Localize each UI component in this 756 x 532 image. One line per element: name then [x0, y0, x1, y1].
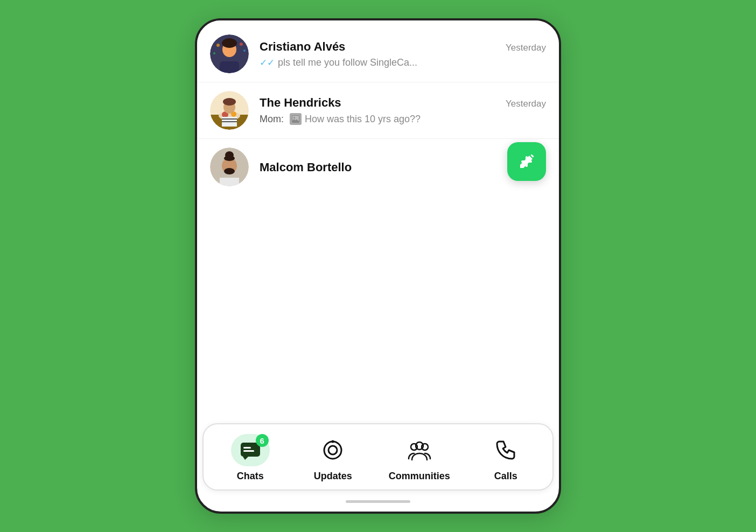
- svg-rect-34: [243, 450, 254, 452]
- chat-name: The Hendricks: [260, 96, 341, 110]
- svg-point-19: [223, 98, 236, 106]
- chat-preview: ✓✓ pls tell me you follow SingleCa...: [260, 57, 546, 68]
- home-indicator: [346, 500, 410, 503]
- svg-point-28: [224, 168, 235, 174]
- svg-rect-3: [220, 61, 239, 73]
- calls-icon: [494, 438, 517, 462]
- chat-preview: Mom: How was this 10 yrs ago??: [260, 113, 546, 125]
- calls-icon-wrap: [486, 434, 525, 466]
- chat-item[interactable]: Cristiano Alvés Yesterday ✓✓ pls tell me…: [197, 26, 559, 82]
- chat-item[interactable]: The Hendricks Yesterday Mom: How was thi…: [197, 82, 559, 139]
- svg-rect-33: [243, 447, 251, 449]
- nav-label-chats: Chats: [237, 471, 264, 482]
- svg-point-37: [332, 440, 334, 443]
- svg-rect-29: [220, 178, 239, 186]
- chat-time: Yesterday: [506, 43, 546, 53]
- nav-item-updates[interactable]: Updates: [306, 434, 360, 482]
- svg-point-8: [222, 38, 237, 48]
- chat-name: Malcom Bortello: [260, 160, 352, 174]
- phone: Cristiano Alvés Yesterday ✓✓ pls tell me…: [195, 18, 561, 514]
- updates-icon: [321, 438, 345, 462]
- nav-label-updates: Updates: [314, 471, 352, 482]
- svg-point-5: [240, 43, 243, 46]
- chat-info: Cristiano Alvés Yesterday ✓✓ pls tell me…: [260, 40, 546, 68]
- double-check-icon: ✓✓: [260, 57, 275, 68]
- svg-point-27: [224, 156, 235, 161]
- chats-icon-wrap: 6: [231, 434, 270, 466]
- avatar: [210, 34, 249, 73]
- nav-label-communities: Communities: [389, 471, 450, 482]
- nav-item-calls[interactable]: Calls: [479, 434, 533, 482]
- svg-point-4: [216, 44, 220, 47]
- avatar: [210, 91, 249, 130]
- nav-item-communities[interactable]: Communities: [389, 434, 450, 482]
- chat-badge: 6: [256, 434, 269, 447]
- avatar: [210, 148, 249, 186]
- svg-rect-18: [222, 121, 237, 122]
- chat-info: Malcom Bortello: [260, 160, 546, 178]
- svg-point-6: [213, 52, 215, 54]
- svg-rect-31: [521, 160, 532, 163]
- new-chat-button[interactable]: [507, 142, 546, 181]
- nav-item-chats[interactable]: 6 Chats: [223, 434, 277, 482]
- svg-point-7: [243, 50, 246, 52]
- svg-point-35: [324, 442, 341, 459]
- updates-icon-wrap: [313, 434, 352, 466]
- nav-label-calls: Calls: [494, 471, 517, 482]
- bottom-nav: 6 Chats Updates: [202, 423, 554, 491]
- chat-time: Yesterday: [506, 99, 546, 109]
- chat-list: Cristiano Alvés Yesterday ✓✓ pls tell me…: [197, 20, 559, 423]
- communities-icon: [408, 438, 431, 462]
- svg-rect-17: [222, 118, 237, 120]
- image-icon: [290, 113, 302, 125]
- chat-item[interactable]: Malcom Bortello: [197, 139, 559, 186]
- svg-point-36: [328, 446, 337, 454]
- svg-point-22: [293, 117, 295, 118]
- communities-icon-wrap: [400, 434, 439, 466]
- chat-info: The Hendricks Yesterday Mom: How was thi…: [260, 96, 546, 125]
- chat-name: Cristiano Alvés: [260, 40, 345, 54]
